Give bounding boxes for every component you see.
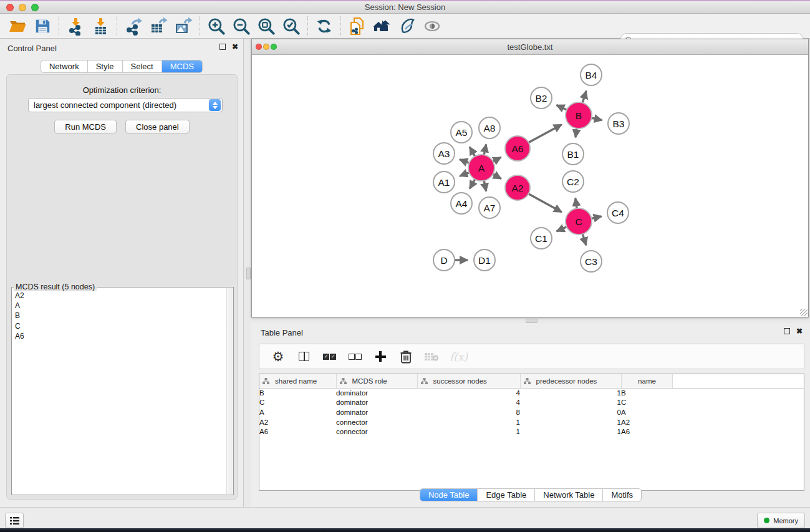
table-cell[interactable]: 4 bbox=[417, 398, 520, 408]
graph-node-C1[interactable]: C1 bbox=[531, 228, 552, 249]
tab-network[interactable]: Network bbox=[41, 60, 88, 72]
export-table-button[interactable] bbox=[146, 15, 171, 37]
close-panel-icon[interactable]: ✖ bbox=[232, 44, 238, 50]
table-cell[interactable]: A2 bbox=[259, 417, 336, 427]
table-cell[interactable]: A bbox=[621, 407, 672, 417]
export-image-button[interactable] bbox=[171, 15, 196, 37]
table-tab-node-table[interactable]: Node Table bbox=[420, 489, 478, 501]
table-cell[interactable]: 8 bbox=[417, 407, 520, 417]
graph-node-B2[interactable]: B2 bbox=[531, 87, 552, 109]
float-panel-icon[interactable] bbox=[219, 44, 226, 50]
unselect-all-button[interactable] bbox=[347, 347, 362, 366]
network-canvas[interactable]: AA1A2A3A4A5A6A7A8BB1B2B3B4CC1C2C3C4DD1 bbox=[252, 55, 808, 317]
table-cell[interactable]: 1 bbox=[520, 417, 621, 427]
vertical-split-grip[interactable] bbox=[246, 268, 251, 279]
open-session-file-button[interactable] bbox=[345, 15, 370, 37]
tab-mcds[interactable]: MCDS bbox=[162, 60, 202, 72]
table-cell[interactable]: 1 bbox=[520, 427, 621, 437]
table-cell[interactable]: dominator bbox=[336, 407, 417, 417]
horizontal-split-grip[interactable] bbox=[526, 319, 538, 323]
table-row[interactable]: Adominator80A bbox=[259, 407, 804, 417]
import-network-button[interactable] bbox=[63, 15, 88, 37]
graph-node-B3[interactable]: B3 bbox=[608, 113, 629, 134]
result-list-item[interactable]: C bbox=[12, 321, 226, 331]
delete-button[interactable] bbox=[398, 347, 413, 366]
table-cell[interactable]: connector bbox=[336, 427, 417, 437]
table-cell[interactable]: A2 bbox=[621, 417, 672, 427]
graph-node-A8[interactable]: A8 bbox=[479, 117, 500, 138]
table-cell[interactable]: 1 bbox=[520, 398, 621, 408]
table-cell[interactable]: A bbox=[259, 407, 336, 417]
close-table-panel-icon[interactable]: ✖ bbox=[796, 328, 803, 334]
result-list-item[interactable]: A bbox=[12, 301, 226, 311]
table-cell[interactable]: 0 bbox=[520, 407, 621, 417]
table-cell[interactable]: A6 bbox=[259, 427, 336, 437]
graph-node-D1[interactable]: D1 bbox=[474, 249, 495, 271]
table-tab-motifs[interactable]: Motifs bbox=[603, 489, 641, 501]
graph-node-B1[interactable]: B1 bbox=[562, 143, 584, 165]
memory-button[interactable]: Memory bbox=[757, 513, 805, 528]
table-row[interactable]: Cdominator41C bbox=[259, 398, 804, 408]
tab-select[interactable]: Select bbox=[123, 60, 162, 72]
window-resize-grip[interactable] bbox=[800, 309, 808, 316]
table-row[interactable]: Bdominator41B bbox=[259, 388, 804, 398]
table-cell[interactable]: 1 bbox=[417, 417, 520, 427]
table-cell[interactable]: 1 bbox=[417, 427, 520, 437]
graph-node-B4[interactable]: B4 bbox=[581, 64, 602, 85]
graph-node-A4[interactable]: A4 bbox=[451, 193, 472, 214]
close-panel-button[interactable]: Close panel bbox=[125, 120, 190, 133]
graph-node-C[interactable]: C bbox=[566, 208, 592, 235]
table-row[interactable]: A6connector11A6 bbox=[259, 427, 804, 437]
table-cell[interactable]: dominator bbox=[336, 388, 417, 398]
result-list-item[interactable]: A6 bbox=[12, 331, 226, 341]
criterion-dropdown[interactable]: largest connected component (directed) bbox=[28, 98, 223, 112]
table-tab-network-table[interactable]: Network Table bbox=[535, 489, 603, 501]
table-cell[interactable]: connector bbox=[336, 417, 417, 427]
graph-node-C4[interactable]: C4 bbox=[607, 202, 629, 223]
select-all-button[interactable]: ✓✓ bbox=[322, 347, 337, 366]
table-header-row[interactable]: shared nameMCDS rolesuccessor nodesprede… bbox=[259, 374, 804, 388]
table-cell[interactable]: C bbox=[621, 398, 672, 408]
table-cell[interactable]: dominator bbox=[336, 398, 417, 408]
graph-node-D[interactable]: D bbox=[433, 249, 455, 271]
show-hide-button[interactable] bbox=[420, 15, 445, 37]
home-button[interactable] bbox=[370, 15, 395, 37]
result-list-item[interactable]: B bbox=[12, 311, 226, 321]
table-cell[interactable]: A6 bbox=[621, 427, 672, 437]
zoom-selected-button[interactable] bbox=[279, 15, 304, 37]
table-row[interactable]: A2connector11A2 bbox=[259, 417, 804, 427]
graph-node-A[interactable]: A bbox=[468, 155, 494, 181]
graph-node-C3[interactable]: C3 bbox=[581, 251, 602, 272]
column-header-MCDS-role[interactable]: MCDS role bbox=[336, 374, 417, 388]
zoom-out-button[interactable] bbox=[229, 15, 254, 37]
graph-node-A5[interactable]: A5 bbox=[451, 122, 472, 143]
column-header-shared-name[interactable]: shared name bbox=[259, 374, 336, 388]
import-table-button[interactable] bbox=[88, 15, 113, 37]
save-session-button[interactable] bbox=[30, 15, 55, 37]
graph-node-A6[interactable]: A6 bbox=[505, 136, 530, 161]
open-folder-button[interactable] bbox=[5, 15, 30, 37]
table-cell[interactable]: 4 bbox=[417, 388, 520, 398]
tab-style[interactable]: Style bbox=[88, 60, 123, 72]
table-cell[interactable]: B bbox=[259, 388, 336, 398]
graph-node-A3[interactable]: A3 bbox=[433, 143, 455, 164]
task-history-button[interactable] bbox=[5, 513, 24, 528]
table-cell[interactable]: C bbox=[259, 398, 336, 408]
graph-node-A1[interactable]: A1 bbox=[433, 172, 455, 193]
graph-node-C2[interactable]: C2 bbox=[562, 171, 584, 192]
column-header-name[interactable]: name bbox=[621, 374, 672, 388]
table-cell[interactable]: B bbox=[621, 388, 672, 398]
float-table-panel-icon[interactable] bbox=[784, 328, 790, 334]
export-network-button[interactable] bbox=[121, 15, 146, 37]
style-preview-button[interactable] bbox=[395, 15, 420, 37]
column-header-successor-nodes[interactable]: successor nodes bbox=[417, 374, 520, 388]
table-settings-button[interactable]: ⚙ bbox=[271, 347, 286, 366]
table-tab-edge-table[interactable]: Edge Table bbox=[478, 489, 535, 501]
result-scrollbar[interactable] bbox=[226, 288, 233, 494]
run-mcds-button[interactable]: Run MCDS bbox=[54, 120, 117, 133]
table-cell[interactable]: 1 bbox=[520, 388, 621, 398]
zoom-fit-button[interactable] bbox=[254, 15, 279, 37]
zoom-in-button[interactable] bbox=[204, 15, 229, 37]
graph-node-A2[interactable]: A2 bbox=[505, 175, 530, 200]
network-window-titlebar[interactable]: testGlobe.txt bbox=[252, 39, 808, 55]
